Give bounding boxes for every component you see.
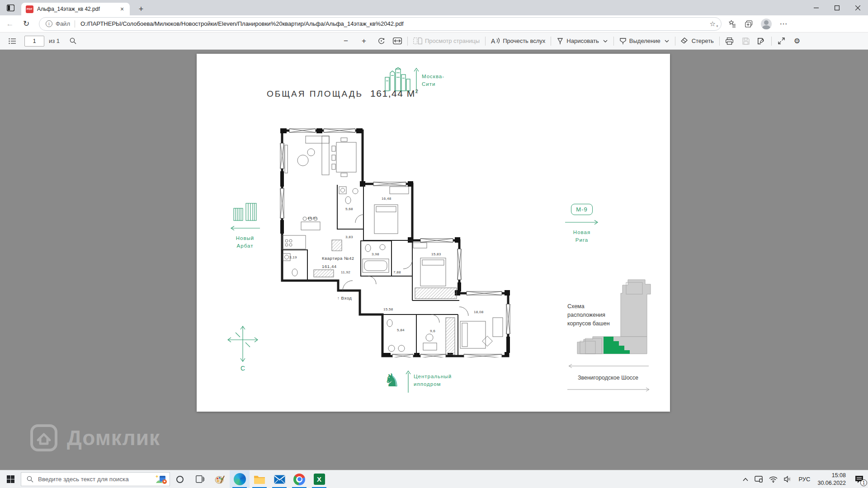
page-number-input[interactable] (24, 36, 44, 47)
pdf-toolbar: из 1 − + Просмотр страницы A Прочесть вс (0, 33, 868, 50)
pdf-settings-gear-icon[interactable]: ⚙ (791, 35, 803, 47)
m9-road-badge: М-9 (571, 204, 592, 215)
settings-more-icon[interactable]: … (777, 17, 790, 31)
start-button[interactable] (0, 470, 21, 488)
fit-width-icon[interactable] (392, 35, 403, 47)
cast-icon[interactable] (751, 470, 766, 488)
task-view-icon[interactable] (190, 470, 210, 488)
draw-button[interactable]: Нарисовать (555, 35, 600, 47)
collections-icon[interactable] (742, 17, 756, 31)
new-tab-button[interactable]: + (136, 4, 146, 14)
zoom-out-icon[interactable]: − (340, 35, 352, 47)
maximize-icon[interactable] (826, 0, 847, 15)
fullscreen-icon[interactable] (776, 35, 788, 47)
tray-chevron-icon[interactable] (740, 470, 751, 488)
url-field[interactable]: i Файл O:/ПАРТНЕРЫ/Солобоева/Милюков/Нов… (39, 17, 722, 31)
page-view-button[interactable]: Просмотр страницы (412, 35, 481, 47)
floor-plan: 44,91 5,68 16,48 3,83 3,19 3,98 7,88 15,… (279, 124, 540, 357)
search-document-icon[interactable] (67, 35, 79, 47)
wifi-icon[interactable] (766, 470, 781, 488)
window-controls (806, 0, 868, 15)
vertical-tabs-icon[interactable] (5, 3, 15, 12)
paint-app-icon[interactable] (210, 470, 230, 488)
url-text[interactable]: O:/ПАРТНЕРЫ/Солобоева/Милюков/Новостройк… (80, 20, 709, 27)
landmark-novy-arbat: НовыйАрбат (229, 203, 261, 249)
tab-close-icon[interactable]: × (118, 5, 126, 13)
divider (75, 20, 75, 28)
total-area-label: ОБЩАЯ ПЛОЩАДЬ (267, 89, 363, 99)
room-area-label: 44,91 (307, 216, 317, 220)
profile-avatar[interactable] (760, 17, 773, 31)
taskbar-search[interactable] (21, 472, 170, 486)
page-view-label: Просмотр страницы (425, 38, 480, 44)
print-icon[interactable] (724, 35, 736, 47)
zoom-in-icon[interactable]: + (358, 35, 370, 47)
taskbar-chrome-icon[interactable] (289, 470, 309, 488)
taskbar-excel-icon[interactable]: X (309, 470, 329, 488)
minimize-icon[interactable] (806, 0, 826, 15)
taskbar-mail-icon[interactable] (269, 470, 289, 488)
room-area-label: 11,92 (341, 270, 350, 274)
info-icon[interactable]: i (46, 20, 52, 27)
language-indicator[interactable]: РУС (795, 470, 813, 488)
watermark-text: Домклик (67, 426, 160, 450)
pdf-viewport[interactable]: ОБЩАЯ ПЛОЩАДЬ 161,44 М2 Москва-Сити (0, 50, 868, 470)
taskbar-edge-icon[interactable] (230, 470, 250, 488)
arbat-buildings-icon (233, 203, 257, 221)
favorites-icon[interactable] (725, 17, 739, 31)
room-area-label: 18,08 (474, 310, 484, 314)
tab-title: Альфа_14этаж_кв 42.pdf (37, 6, 118, 12)
toc-icon[interactable] (6, 35, 18, 47)
landmark-novaya-riga: М-9 НоваяРига (564, 204, 600, 244)
close-window-icon[interactable] (847, 0, 868, 15)
add-favorite-icon[interactable]: ☆ (709, 20, 717, 28)
novy-arbat-label: НовыйАрбат (229, 235, 261, 249)
read-aloud-button[interactable]: A Прочесть вслух (490, 35, 547, 47)
clock[interactable]: 15:08 30.06.2022 (813, 472, 850, 487)
browser-tab[interactable]: PDF Альфа_14этаж_кв 42.pdf × (21, 3, 130, 15)
erase-label: Стереть (692, 38, 714, 44)
direction-up-arrow (413, 67, 420, 93)
room-area-label: 3,98 (372, 252, 379, 256)
direction-right-arrow (565, 220, 599, 225)
notification-center-icon[interactable]: 1 (850, 470, 868, 488)
compass: С (226, 325, 259, 372)
compass-north-label: С (226, 365, 259, 372)
cortana-icon[interactable] (170, 470, 190, 488)
windows-logo-icon (7, 475, 14, 483)
save-icon[interactable] (740, 35, 752, 47)
domclick-logo-icon (30, 424, 58, 452)
tower-footprint (621, 280, 651, 337)
draw-label: Нарисовать (566, 38, 599, 44)
search-icon (27, 476, 33, 483)
landmark-moscow-city: Москва-Сити (385, 67, 444, 93)
save-as-icon[interactable] (755, 35, 767, 47)
back-icon[interactable]: ← (4, 18, 16, 30)
search-input[interactable] (38, 476, 155, 483)
svg-text:A: A (491, 38, 495, 45)
novaya-riga-label: НоваяРига (564, 229, 600, 244)
skyscrapers-icon (385, 67, 411, 92)
refresh-icon[interactable]: ↻ (20, 18, 33, 30)
rotate-icon[interactable] (375, 35, 387, 47)
compass-icon (226, 325, 259, 363)
browser-window: PDF Альфа_14этаж_кв 42.pdf × + ← ↻ i Фай… (0, 0, 868, 488)
room-area-label: 5,84 (397, 328, 405, 332)
address-bar: ← ↻ i Файл O:/ПАРТНЕРЫ/Солобоева/Милюков… (0, 15, 868, 33)
draw-chevron-icon[interactable] (601, 35, 609, 47)
hippodrome-label: Центральныйипподром (414, 373, 452, 393)
highlight-button[interactable]: Выделение (618, 35, 662, 47)
clock-time: 15:08 (817, 472, 846, 479)
room-area-label: 3,19 (289, 255, 297, 259)
taskbar-explorer-icon[interactable] (250, 470, 269, 488)
direction-up-arrow (405, 370, 412, 393)
landmark-hippodrome: ♞ Центральныйипподром (381, 370, 452, 393)
protocol-label: Файл (56, 20, 70, 27)
search-highlights-icon[interactable] (155, 474, 167, 485)
room-area-label: 9,6 (430, 329, 435, 333)
volume-icon[interactable] (781, 470, 795, 488)
erase-button[interactable]: Стереть (679, 35, 715, 47)
highlight-chevron-icon[interactable] (663, 35, 671, 47)
apartment-area-label: 161,44 (322, 264, 337, 269)
tab-bar: PDF Альфа_14этаж_кв 42.pdf × + (0, 0, 868, 15)
